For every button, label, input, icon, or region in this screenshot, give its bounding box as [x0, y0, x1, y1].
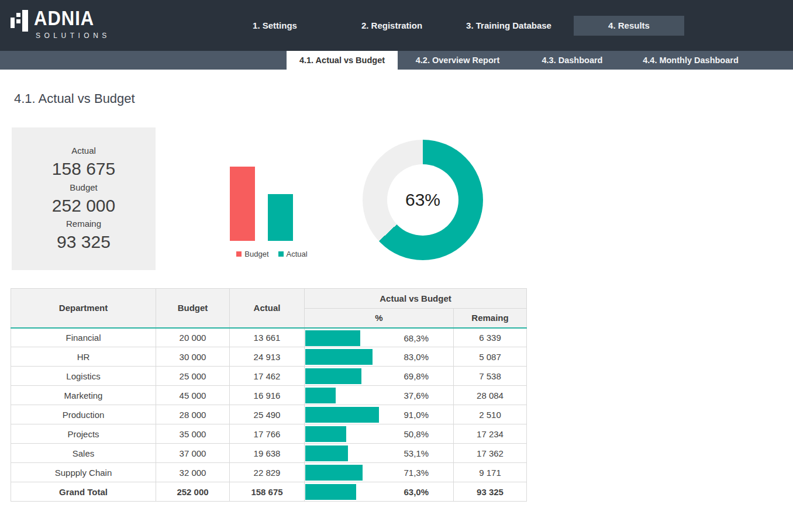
- actual-vs-budget-table: Department Budget Actual Actual vs Budge…: [11, 288, 526, 502]
- column-header-actual[interactable]: Actual: [230, 289, 305, 328]
- subnav-tab-3[interactable]: 4.4. Monthly Dashboard: [627, 51, 754, 70]
- budget-bar: [230, 167, 255, 241]
- cell-actual[interactable]: 17 766: [230, 424, 305, 444]
- percent-value: 68,3%: [404, 329, 429, 348]
- cell-budget[interactable]: 37 000: [156, 444, 230, 463]
- cell-remaining[interactable]: 7 538: [454, 367, 527, 386]
- cell-percent[interactable]: 91,0%: [305, 405, 454, 424]
- cell-department[interactable]: Suppply Chain: [11, 463, 156, 482]
- percent-data-bar: [305, 349, 373, 365]
- table-row: Suppply Chain32 00022 82971,3%9 171: [11, 463, 527, 482]
- table-row: Marketing45 00016 91637,6%28 084: [11, 386, 527, 405]
- cell-actual[interactable]: 17 462: [230, 367, 305, 386]
- table-total-row: Grand Total252 000158 67563,0%93 325: [11, 482, 527, 502]
- legend-swatch-budget: [236, 251, 242, 257]
- cell-percent[interactable]: 69,8%: [305, 367, 454, 386]
- cell-budget[interactable]: 30 000: [156, 347, 230, 367]
- cell-percent[interactable]: 83,0%: [305, 347, 454, 367]
- nav-tab-2[interactable]: 3. Training Database: [450, 16, 567, 36]
- actual-bar: [268, 194, 293, 241]
- cell-percent[interactable]: 68,3%: [305, 328, 454, 347]
- donut-percent-label: 63%: [405, 190, 440, 210]
- cell-budget[interactable]: 20 000: [156, 328, 230, 347]
- summary-value-1: 252 000: [52, 195, 115, 217]
- cell-actual[interactable]: 22 829: [230, 463, 305, 482]
- cell-budget[interactable]: 252 000: [156, 482, 230, 502]
- percent-data-bar: [305, 368, 361, 384]
- table-row: Production28 00025 49091,0%2 510: [11, 405, 527, 424]
- cell-department[interactable]: HR: [11, 347, 156, 367]
- cell-actual[interactable]: 16 916: [230, 386, 305, 405]
- cell-percent[interactable]: 63,0%: [305, 482, 454, 502]
- cell-remaining[interactable]: 6 339: [454, 328, 527, 347]
- summary-label-2: Remaing: [66, 219, 101, 229]
- donut-center: 63%: [387, 164, 458, 236]
- cell-budget[interactable]: 28 000: [156, 405, 230, 424]
- percent-value: 71,3%: [404, 463, 429, 482]
- cell-budget[interactable]: 25 000: [156, 367, 230, 386]
- column-header-budget[interactable]: Budget: [156, 289, 230, 328]
- percent-value: 50,8%: [404, 424, 429, 444]
- cell-remaining[interactable]: 2 510: [454, 405, 527, 424]
- cell-percent[interactable]: 71,3%: [305, 463, 454, 482]
- cell-department[interactable]: Sales: [11, 444, 156, 463]
- bar-chart-logo-icon: [11, 9, 30, 32]
- cell-department[interactable]: Grand Total: [11, 482, 156, 502]
- table-row: Financial20 00013 66168,3%6 339: [11, 328, 527, 347]
- legend-item-budget: Budget: [236, 250, 268, 258]
- cell-percent[interactable]: 50,8%: [305, 424, 454, 444]
- percent-data-bar: [305, 388, 336, 403]
- cell-remaining[interactable]: 28 084: [454, 386, 527, 405]
- nav-tab-0[interactable]: 1. Settings: [216, 16, 333, 36]
- cell-actual[interactable]: 158 675: [230, 482, 305, 502]
- percent-data-bar: [305, 407, 379, 423]
- table-row: Logistics25 00017 46269,8%7 538: [11, 367, 527, 386]
- subnav-tab-0[interactable]: 4.1. Actual vs Budget: [287, 51, 398, 70]
- percent-value: 37,6%: [404, 386, 429, 405]
- summary-value-0: 158 675: [52, 158, 115, 180]
- cell-remaining[interactable]: 5 087: [454, 347, 527, 367]
- table-row: Projects35 00017 76650,8%17 234: [11, 424, 527, 444]
- percent-data-bar: [305, 465, 363, 481]
- cell-percent[interactable]: 53,1%: [305, 444, 454, 463]
- brand-subtitle: SOLUTIONS: [36, 32, 111, 40]
- table-row: HR30 00024 91383,0%5 087: [11, 347, 527, 367]
- cell-department[interactable]: Logistics: [11, 367, 156, 386]
- cell-actual[interactable]: 13 661: [230, 328, 305, 347]
- column-header-department[interactable]: Department: [11, 289, 156, 328]
- subnav-tab-1[interactable]: 4.2. Overview Report: [398, 51, 518, 70]
- cell-remaining[interactable]: 17 362: [454, 444, 527, 463]
- percent-data-bar: [305, 445, 348, 461]
- nav-tab-1[interactable]: 2. Registration: [333, 16, 450, 36]
- cell-budget[interactable]: 35 000: [156, 424, 230, 444]
- summary-label-0: Actual: [71, 146, 96, 156]
- budget-vs-actual-bar-chart: BudgetActual: [222, 134, 322, 260]
- percent-value: 69,8%: [404, 367, 429, 386]
- legend-swatch-actual: [278, 251, 284, 257]
- subnav-tab-2[interactable]: 4.3. Dashboard: [518, 51, 627, 70]
- summary-label-1: Budget: [70, 182, 98, 192]
- brand-name: ADNIA: [34, 7, 94, 30]
- cell-budget[interactable]: 32 000: [156, 463, 230, 482]
- cell-department[interactable]: Projects: [11, 424, 156, 444]
- cell-department[interactable]: Financial: [11, 328, 156, 347]
- group-header-actual-vs-budget[interactable]: Actual vs Budget: [305, 289, 527, 309]
- cell-budget[interactable]: 45 000: [156, 386, 230, 405]
- percent-value: 63,0%: [404, 482, 429, 502]
- cell-actual[interactable]: 24 913: [230, 347, 305, 367]
- cell-remaining[interactable]: 9 171: [454, 463, 527, 482]
- page-title: 4.1. Actual vs Budget: [14, 91, 135, 106]
- cell-department[interactable]: Production: [11, 405, 156, 424]
- column-header-remaining[interactable]: Remaing: [454, 309, 527, 328]
- cell-department[interactable]: Marketing: [11, 386, 156, 405]
- cell-remaining[interactable]: 17 234: [454, 424, 527, 444]
- brand-logo: ADNIA SOLUTIONS: [9, 7, 120, 43]
- chart-legend: BudgetActual: [222, 248, 322, 260]
- cell-percent[interactable]: 37,6%: [305, 386, 454, 405]
- percent-data-bar: [305, 426, 346, 442]
- cell-actual[interactable]: 25 490: [230, 405, 305, 424]
- column-header-percent[interactable]: %: [305, 309, 454, 328]
- cell-actual[interactable]: 19 638: [230, 444, 305, 463]
- nav-tab-3[interactable]: 4. Results: [574, 16, 684, 36]
- cell-remaining[interactable]: 93 325: [454, 482, 527, 502]
